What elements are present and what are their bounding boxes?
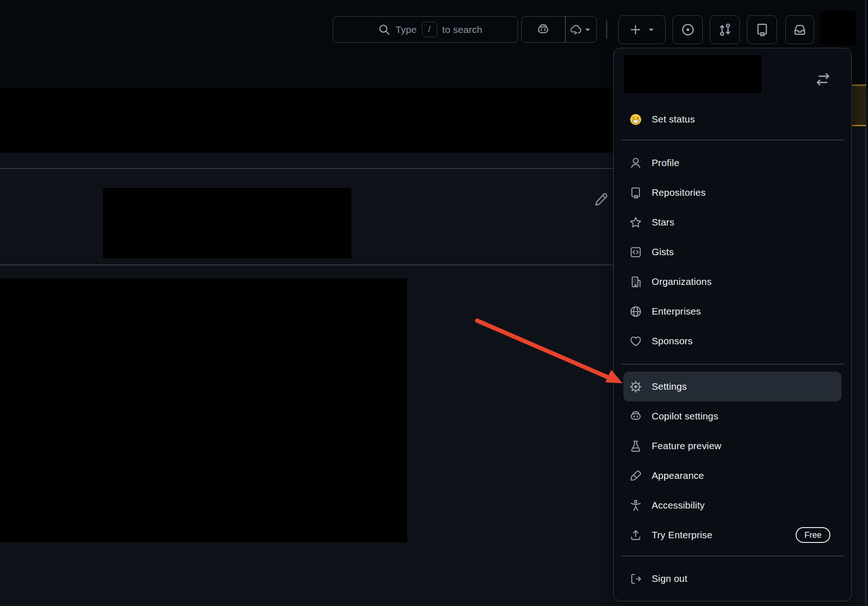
menu-item-label: Appearance bbox=[652, 470, 704, 481]
pencil-icon[interactable] bbox=[592, 192, 609, 208]
menu-item-stars[interactable]: Stars bbox=[623, 207, 842, 237]
menu-divider bbox=[621, 140, 844, 141]
menu-item-label: Settings bbox=[652, 381, 687, 392]
header-separator bbox=[606, 20, 607, 39]
gold-highlight-strip bbox=[852, 84, 866, 126]
redacted-content-block bbox=[0, 278, 407, 542]
repo-icon bbox=[629, 187, 642, 199]
section-divider bbox=[0, 264, 613, 265]
menu-item-label: Sign out bbox=[652, 573, 687, 584]
search-icon bbox=[378, 23, 390, 36]
smiley-status-icon bbox=[629, 113, 642, 126]
avatar[interactable] bbox=[820, 11, 855, 45]
arrow-switch-icon bbox=[815, 71, 831, 87]
menu-item-repositories[interactable]: Repositories bbox=[623, 178, 842, 207]
menu-item-copilot-settings[interactable]: Copilot settings bbox=[623, 401, 842, 431]
menu-item-label: Copilot settings bbox=[652, 411, 718, 422]
issue-opened-icon bbox=[681, 23, 695, 37]
search-input[interactable]: Type / to search bbox=[333, 16, 518, 43]
menu-item-label: Sponsors bbox=[652, 335, 693, 347]
menu-divider bbox=[621, 555, 844, 556]
menu-item-settings[interactable]: Settings bbox=[623, 372, 842, 401]
menu-item-label: Organizations bbox=[652, 276, 712, 287]
menu-item-label: Feature preview bbox=[652, 440, 721, 451]
organization-icon bbox=[629, 276, 642, 288]
copilot-chat-icon bbox=[570, 24, 582, 36]
switch-account-button[interactable] bbox=[813, 70, 833, 89]
accessibility-icon bbox=[629, 499, 642, 512]
menu-item-label: Repositories bbox=[652, 187, 706, 198]
menu-item-label: Profile bbox=[652, 157, 680, 168]
menu-item-profile[interactable]: Profile bbox=[623, 148, 842, 178]
copilot-icon bbox=[629, 410, 642, 423]
caret-down-icon bbox=[584, 27, 591, 32]
copilot-button[interactable] bbox=[522, 17, 564, 42]
beaker-icon bbox=[629, 440, 642, 452]
free-badge: Free bbox=[796, 527, 830, 543]
menu-item-enterprises[interactable]: Enterprises bbox=[623, 297, 842, 326]
menu-item-organizations[interactable]: Organizations bbox=[623, 267, 842, 297]
menu-item-label: Try Enterprise bbox=[652, 529, 713, 541]
git-pull-request-icon bbox=[718, 23, 732, 37]
copilot-menu-button[interactable] bbox=[564, 17, 596, 42]
pull-requests-button[interactable] bbox=[710, 15, 740, 44]
heart-icon bbox=[629, 335, 642, 348]
repo-icon bbox=[755, 23, 769, 37]
search-placeholder-word1: Type bbox=[395, 24, 417, 35]
person-icon bbox=[629, 157, 642, 169]
menu-item-sponsors[interactable]: Sponsors bbox=[623, 326, 842, 356]
repositories-button[interactable] bbox=[747, 15, 777, 44]
search-placeholder-word2: to search bbox=[442, 24, 482, 35]
sign-out-icon bbox=[629, 573, 642, 585]
star-icon bbox=[629, 216, 642, 229]
globe-icon bbox=[629, 305, 642, 318]
menu-item-accessibility[interactable]: Accessibility bbox=[623, 490, 842, 520]
menu-item-label: Stars bbox=[652, 217, 674, 228]
code-square-icon bbox=[629, 246, 642, 258]
plus-icon bbox=[629, 24, 641, 36]
copilot-icon bbox=[537, 23, 550, 36]
copilot-button-group bbox=[521, 16, 597, 43]
menu-item-label: Gists bbox=[652, 246, 674, 258]
section-divider bbox=[0, 168, 613, 169]
caret-down-icon bbox=[648, 27, 654, 32]
paintbrush-icon bbox=[629, 470, 642, 482]
menu-item-sign-out[interactable]: Sign out bbox=[623, 564, 842, 593]
user-info-redacted bbox=[624, 55, 762, 93]
menu-item-set-status[interactable]: Set status bbox=[623, 104, 842, 134]
issues-button[interactable] bbox=[673, 15, 703, 44]
menu-item-label: Enterprises bbox=[652, 306, 701, 317]
redacted-banner-block bbox=[0, 88, 615, 153]
menu-divider bbox=[621, 364, 844, 365]
gear-icon bbox=[629, 380, 642, 393]
menu-item-label: Accessibility bbox=[652, 500, 705, 511]
menu-item-appearance[interactable]: Appearance bbox=[623, 461, 842, 490]
menu-item-gists[interactable]: Gists bbox=[623, 237, 842, 267]
inbox-icon bbox=[793, 23, 807, 37]
slash-key-hint: / bbox=[422, 22, 437, 37]
redacted-profile-block bbox=[103, 188, 351, 258]
upload-icon bbox=[629, 529, 642, 542]
button-divider bbox=[565, 17, 566, 42]
menu-item-label: Set status bbox=[652, 114, 695, 125]
user-dropdown-menu: Set status Profile R bbox=[613, 48, 852, 601]
github-dark-screen: Type / to search bbox=[0, 0, 868, 606]
create-new-button[interactable] bbox=[618, 15, 666, 44]
menu-item-try-enterprise[interactable]: Try Enterprise Free bbox=[623, 520, 842, 550]
menu-item-feature-preview[interactable]: Feature preview bbox=[623, 431, 842, 461]
inbox-icon[interactable] bbox=[785, 15, 814, 44]
